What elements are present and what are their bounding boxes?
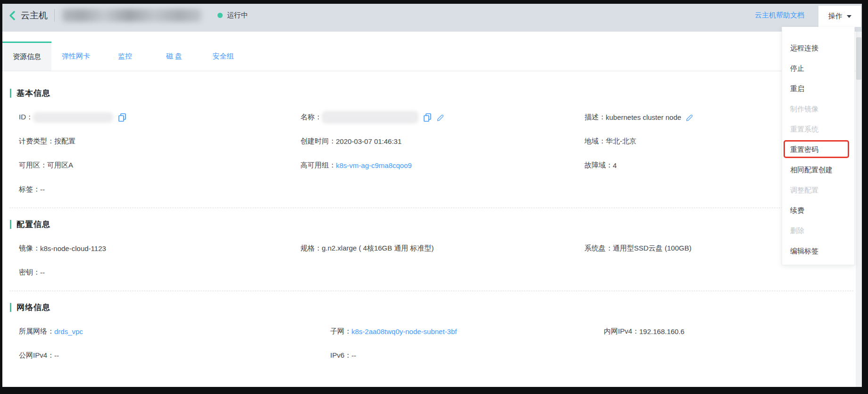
menu-item-same-config-create[interactable]: 相同配置创建 (782, 159, 854, 180)
masked-id-value (33, 112, 113, 123)
menu-item-reset-system: 重置系统 (782, 119, 854, 139)
menu-item-edit-tags[interactable]: 编辑标签 (782, 241, 854, 261)
cloud-console-app: 云主机 运行中 云主机帮助文档 操作 资源信息 弹性网卡 监控 磁 盘 安全组 (2, 4, 862, 387)
field-tags: 标签： -- (19, 177, 300, 201)
status-dot-icon (217, 13, 223, 18)
scrollbar-thumb[interactable] (856, 37, 861, 80)
help-doc-link[interactable]: 云主机帮助文档 (755, 11, 804, 20)
field-ha-group: 高可用组： k8s-vm-ag-c9ma8cqoo9 (300, 153, 584, 177)
menu-item-stop[interactable]: 停止 (782, 58, 854, 78)
menu-item-reset-password[interactable]: 重置密码 (782, 139, 854, 159)
section-accent-bar (10, 89, 11, 98)
field-spec: 规格： g.n2.xlarge ( 4核16GB 通用 标准型) (300, 236, 584, 260)
section-network-info-title: 网络信息 (10, 302, 862, 312)
section-accent-bar (10, 220, 11, 229)
field-subnet: 子网： k8s-2aa08twq0y-node-subnet-3bf (330, 319, 604, 344)
section-config-info-title: 配置信息 (10, 219, 862, 229)
vpc-link[interactable]: drds_vpc (54, 327, 83, 335)
menu-item-delete: 删除 (782, 220, 854, 241)
edit-pencil-icon[interactable] (685, 113, 694, 122)
field-id: ID： (19, 105, 300, 129)
section-accent-bar (10, 303, 11, 312)
copy-icon[interactable] (423, 113, 432, 122)
subnet-link[interactable]: k8s-2aa08twq0y-node-subnet-3bf (351, 327, 457, 335)
page-header: 云主机 运行中 云主机帮助文档 操作 (2, 4, 862, 27)
menu-item-create-image: 制作镜像 (782, 99, 854, 119)
field-availability-zone: 可用区： 可用区A (19, 153, 300, 177)
field-billing-type: 计费类型： 按配置 (19, 129, 300, 153)
menu-item-remote-connect[interactable]: 远程连接 (782, 38, 854, 58)
field-name: 名称： (300, 105, 584, 129)
tab-monitoring[interactable]: 监控 (100, 42, 150, 71)
header-divider (54, 9, 55, 22)
field-image: 镜像： k8s-node-cloud-1123 (19, 236, 300, 260)
field-private-ipv4: 内网IPv4： 192.168.160.6 (604, 319, 862, 344)
tab-disk[interactable]: 磁 盘 (150, 42, 199, 71)
masked-name-value (322, 111, 418, 124)
menu-item-adjust-config: 调整配置 (782, 180, 854, 200)
status-label: 运行中 (227, 11, 248, 20)
detail-card: 资源信息 弹性网卡 监控 磁 盘 安全组 基本信息 ID： (2, 32, 862, 387)
action-menu-button[interactable]: 操作 (818, 6, 861, 27)
ha-group-link[interactable]: k8s-vm-ag-c9ma8cqoo9 (336, 161, 412, 169)
screenshot-frame: 云主机 运行中 云主机帮助文档 操作 资源信息 弹性网卡 监控 磁 盘 安全组 (0, 0, 868, 394)
page-title: 云主机 (21, 9, 48, 22)
scrollbar-track[interactable] (856, 32, 862, 387)
back-icon[interactable] (8, 10, 17, 21)
basic-info-grid: ID： 名称： 描述： (2, 105, 862, 201)
menu-item-renew[interactable]: 续费 (782, 200, 854, 220)
edit-pencil-icon[interactable] (436, 113, 445, 122)
section-basic-info-title: 基本信息 (10, 88, 862, 98)
caret-down-icon (847, 15, 851, 18)
action-dropdown-menu: 远程连接 停止 重启 制作镜像 重置系统 重置密码 相同配置创建 调整配置 续费… (782, 27, 855, 265)
tab-bar: 资源信息 弹性网卡 监控 磁 盘 安全组 (2, 42, 862, 71)
menu-item-restart[interactable]: 重启 (782, 78, 854, 99)
field-vpc: 所属网络： drds_vpc (19, 319, 330, 344)
tab-security-group[interactable]: 安全组 (199, 42, 248, 71)
field-keypair: 密钥： -- (19, 260, 300, 285)
config-info-grid: 镜像： k8s-node-cloud-1123 规格： g.n2.xlarge … (2, 236, 862, 285)
action-button-label: 操作 (828, 12, 843, 21)
tab-resource-info[interactable]: 资源信息 (2, 42, 51, 71)
section-divider (9, 208, 853, 208)
field-public-ipv4: 公网IPv4： -- (19, 344, 330, 368)
tab-elastic-nic[interactable]: 弹性网卡 (51, 42, 100, 71)
section-divider (9, 291, 853, 291)
network-info-grid: 所属网络： drds_vpc 子网： k8s-2aa08twq0y-node-s… (2, 319, 862, 368)
field-created-time: 创建时间： 2020-03-07 01:46:31 (300, 129, 584, 153)
copy-icon[interactable] (117, 113, 127, 122)
field-ipv6: IPv6： -- (330, 344, 604, 368)
status-badge: 运行中 (217, 11, 248, 20)
instance-name-masked (62, 9, 201, 22)
